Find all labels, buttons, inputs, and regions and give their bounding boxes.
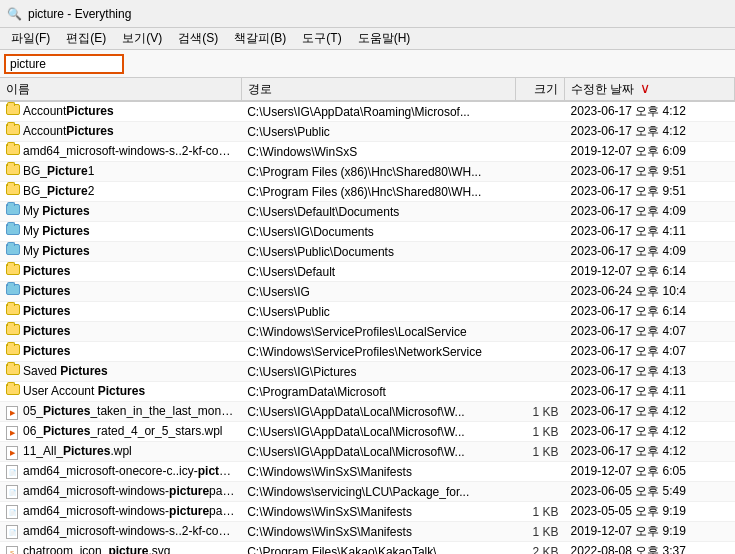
table-row[interactable]: PicturesC:\Users\IG2023-06-24 오후 10:4	[0, 282, 735, 302]
table-row[interactable]: amd64_microsoft-windows-s..2-kf-com...C:…	[0, 142, 735, 162]
table-row[interactable]: My PicturesC:\Users\IG\Documents2023-06-…	[0, 222, 735, 242]
table-row[interactable]: Schatroom_icon_picture.svgC:\Program Fil…	[0, 542, 735, 555]
table-row[interactable]: My PicturesC:\Users\Default\Documents202…	[0, 202, 735, 222]
table-row[interactable]: AccountPicturesC:\Users\Public2023-06-17…	[0, 122, 735, 142]
col-date[interactable]: 수정한 날짜 ∨	[565, 78, 735, 101]
menu-item-menu-search[interactable]: 검색(S)	[171, 28, 225, 49]
table-row[interactable]: BG_Picture2C:\Program Files (x86)\Hnc\Sh…	[0, 182, 735, 202]
app-icon: 🔍	[6, 6, 22, 22]
menu-item-menu-file[interactable]: 파일(F)	[4, 28, 57, 49]
menu-item-menu-bookmark[interactable]: 책갈피(B)	[227, 28, 293, 49]
title-bar: 🔍 picture - Everything	[0, 0, 735, 28]
menu-item-menu-help[interactable]: 도움말(H)	[351, 28, 418, 49]
table-container: 이름 경로 크기 수정한 날짜 ∨ AccountPicturesC:\User…	[0, 78, 735, 554]
table-row[interactable]: 📄amd64_microsoft-windows-picturepass...C…	[0, 502, 735, 522]
table-row[interactable]: My PicturesC:\Users\Public\Documents2023…	[0, 242, 735, 262]
table-row[interactable]: PicturesC:\Windows\ServiceProfiles\Local…	[0, 322, 735, 342]
menu-bar: 파일(F)편집(E)보기(V)검색(S)책갈피(B)도구(T)도움말(H)	[0, 28, 735, 50]
search-bar	[0, 50, 735, 78]
table-row[interactable]: 📄amd64_microsoft-windows-s..2-kf-com...C…	[0, 522, 735, 542]
window-title: picture - Everything	[28, 7, 131, 21]
col-size[interactable]: 크기	[515, 78, 564, 101]
col-name[interactable]: 이름	[0, 78, 241, 101]
search-input[interactable]	[4, 54, 124, 74]
table-row[interactable]: ▶06_Pictures_rated_4_or_5_stars.wplC:\Us…	[0, 422, 735, 442]
sort-arrow-icon: ∨	[640, 80, 650, 96]
table-row[interactable]: PicturesC:\Windows\ServiceProfiles\Netwo…	[0, 342, 735, 362]
table-row[interactable]: ▶05_Pictures_taken_in_the_last_month.wpl…	[0, 402, 735, 422]
col-path[interactable]: 경로	[241, 78, 515, 101]
menu-item-menu-view[interactable]: 보기(V)	[115, 28, 169, 49]
table-row[interactable]: AccountPicturesC:\Users\IG\AppData\Roami…	[0, 101, 735, 122]
menu-item-menu-edit[interactable]: 편집(E)	[59, 28, 113, 49]
table-row[interactable]: PicturesC:\Users\Default2019-12-07 오후 6:…	[0, 262, 735, 282]
table-row[interactable]: PicturesC:\Users\Public2023-06-17 오후 6:1…	[0, 302, 735, 322]
table-row[interactable]: 📄amd64_microsoft-windows-picturepass...C…	[0, 482, 735, 502]
results-table: 이름 경로 크기 수정한 날짜 ∨ AccountPicturesC:\User…	[0, 78, 735, 554]
table-row[interactable]: ▶11_All_Pictures.wplC:\Users\IG\AppData\…	[0, 442, 735, 462]
table-row[interactable]: Saved PicturesC:\Users\IG\Pictures2023-0…	[0, 362, 735, 382]
table-row[interactable]: BG_Picture1C:\Program Files (x86)\Hnc\Sh…	[0, 162, 735, 182]
table-row[interactable]: 📄amd64_microsoft-onecore-c..icy-picture_…	[0, 462, 735, 482]
table-row[interactable]: User Account PicturesC:\ProgramData\Micr…	[0, 382, 735, 402]
menu-item-menu-tools[interactable]: 도구(T)	[295, 28, 348, 49]
